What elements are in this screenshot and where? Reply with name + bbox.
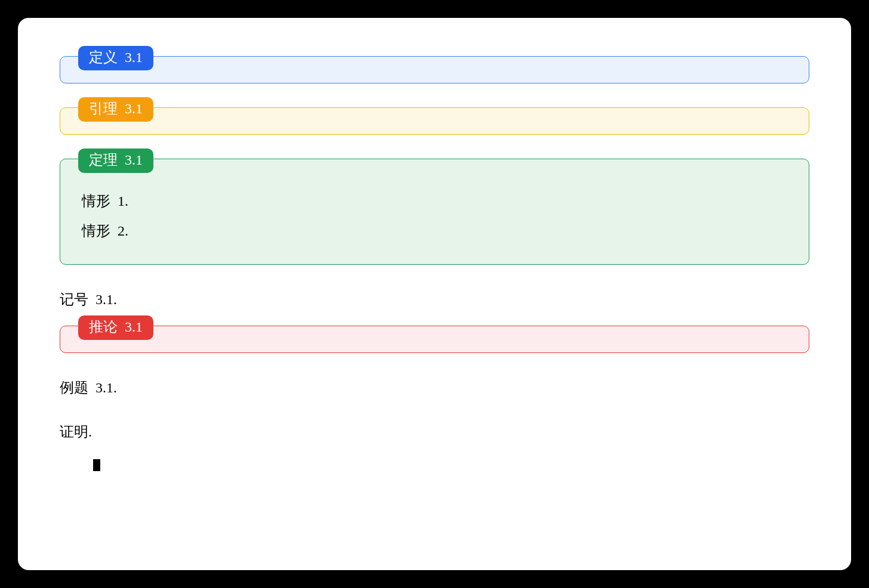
- case-number: 2.: [118, 223, 128, 239]
- lemma-label: 引理: [89, 101, 118, 116]
- qed-icon: [93, 459, 100, 471]
- theorem-number: 3.1: [125, 152, 143, 168]
- example-heading: 例题 3.1.: [60, 378, 809, 397]
- theorem-case-list: 情形 1. 情形 2.: [77, 175, 792, 253]
- case-label: 情形: [82, 223, 110, 239]
- theorem-case: 情形 1.: [82, 191, 792, 211]
- case-label: 情形: [82, 193, 110, 209]
- theorem-box: 定理 3.1 情形 1. 情形 2.: [60, 159, 809, 265]
- lemma-number: 3.1: [125, 101, 143, 116]
- corollary-tag: 推论 3.1: [78, 315, 153, 340]
- corollary-box: 推论 3.1: [60, 326, 809, 353]
- example-label: 例题: [60, 380, 88, 395]
- lemma-box: 引理 3.1: [60, 107, 809, 135]
- notation-heading: 记号 3.1.: [60, 290, 809, 309]
- viewport: 定义 3.1 引理 3.1 定理 3.1 情形 1. 情形: [0, 0, 869, 588]
- document-page: 定义 3.1 引理 3.1 定理 3.1 情形 1. 情形: [18, 18, 851, 570]
- theorem-label: 定理: [89, 152, 118, 168]
- definition-box: 定义 3.1: [60, 56, 809, 83]
- notation-number: 3.1.: [95, 292, 117, 307]
- definition-label: 定义: [89, 49, 118, 65]
- definition-tag: 定义 3.1: [78, 46, 153, 70]
- notation-label: 记号: [60, 292, 88, 307]
- example-number: 3.1.: [95, 380, 117, 395]
- corollary-label: 推论: [89, 319, 118, 335]
- definition-number: 3.1: [125, 49, 143, 65]
- case-number: 1.: [118, 193, 128, 209]
- proof-section: 证明.: [60, 422, 809, 471]
- proof-label: 证明.: [60, 424, 92, 440]
- corollary-number: 3.1: [125, 319, 143, 335]
- theorem-case: 情形 2.: [82, 221, 792, 240]
- lemma-tag: 引理 3.1: [78, 97, 153, 122]
- theorem-tag: 定理 3.1: [78, 148, 153, 173]
